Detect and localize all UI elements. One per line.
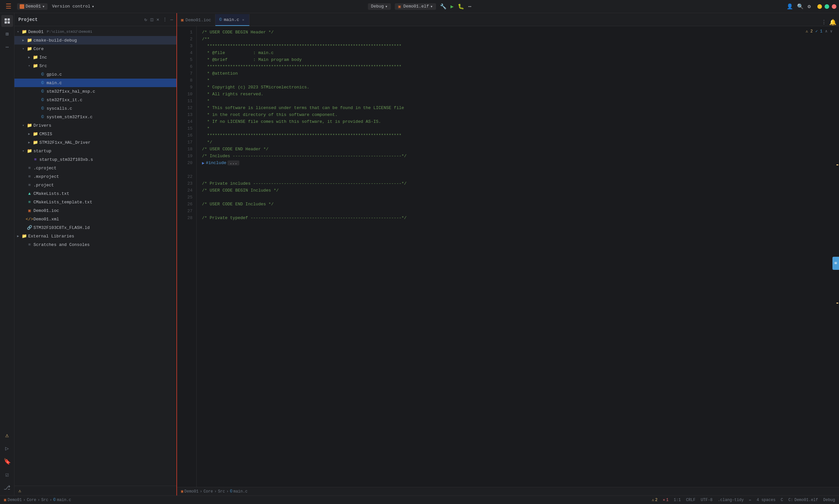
tree-item-syscalls[interactable]: ▶ © syscalls.c: [14, 104, 176, 113]
status-line-ending[interactable]: CRLF: [686, 498, 696, 502]
tree-label-drivers: Drivers: [33, 123, 51, 128]
tabs-more-icon[interactable]: ⋮: [821, 19, 826, 25]
close-button[interactable]: [832, 4, 836, 9]
sidebar-collapse-icon[interactable]: ◫: [150, 16, 154, 23]
status-indent[interactable]: 4 spaces: [757, 498, 776, 502]
tree-item-ld[interactable]: ▶ 🔗 STM32F103C8Tx_FLASH.ld: [14, 223, 176, 232]
status-formatter[interactable]: .clang-tidy: [718, 498, 743, 502]
tree-item-cmsis[interactable]: ▶ 📁 CMSIS: [14, 130, 176, 138]
run-icon[interactable]: ▶: [450, 3, 454, 10]
breadcrumb-src[interactable]: Src: [218, 489, 225, 494]
activity-more-icon[interactable]: ⋯: [1, 41, 13, 53]
editor-info-count[interactable]: ✓ 1: [816, 29, 823, 34]
fold-arrow[interactable]: ▶: [202, 160, 205, 166]
debug-config-badge[interactable]: Debug ▾: [368, 3, 391, 10]
activity-run2-icon[interactable]: ▷: [1, 443, 13, 454]
tree-item-inc[interactable]: ▶ 📁 Inc: [14, 53, 176, 61]
code-line-16: ****************************************…: [202, 132, 834, 139]
activity-project-icon[interactable]: [1, 15, 13, 27]
comment-11: *: [202, 98, 209, 104]
build-settings-icon[interactable]: 🔧: [440, 3, 447, 10]
tree-item-project[interactable]: ▶ ≡ .project: [14, 181, 176, 189]
breadcrumb-core[interactable]: Core: [204, 489, 213, 494]
sidebar-close-icon[interactable]: ✕: [156, 16, 160, 23]
status-format-icon[interactable]: ✏: [749, 498, 751, 502]
tree-item-core[interactable]: ▾ 📁 Core: [14, 44, 176, 53]
activity-warning-icon[interactable]: ⚠: [1, 429, 13, 441]
tree-item-system[interactable]: ▶ © system_stm32f1xx.c: [14, 113, 176, 121]
account-icon[interactable]: 👤: [787, 3, 793, 10]
elf-label: Demo01.elf: [403, 4, 429, 9]
ln-6: 6: [177, 63, 196, 70]
search-icon[interactable]: 🔍: [797, 3, 804, 10]
breadcrumb-sep-2: ›: [214, 489, 217, 494]
app-menu-icon[interactable]: ☰: [3, 1, 14, 13]
status-position[interactable]: 1:1: [674, 498, 681, 502]
status-warnings[interactable]: ⚠ 2: [652, 498, 657, 502]
tree-item-startup[interactable]: ▾ 📁 startup: [14, 147, 176, 155]
minimize-button[interactable]: [817, 4, 822, 9]
include-keyword: #include: [206, 160, 226, 165]
tree-item-hal-msp[interactable]: ▶ © stm32f1xx_hal_msp.c: [14, 87, 176, 96]
status-encoding[interactable]: UTF-8: [701, 498, 713, 502]
comment-23: /* Private includes --------------------…: [202, 181, 407, 186]
status-build-type[interactable]: Debug: [823, 498, 835, 502]
ln-14: 14: [177, 118, 196, 125]
tree-item-mxproject[interactable]: ▶ ≡ .mxproject: [14, 172, 176, 181]
tree-item-drivers[interactable]: ▾ 📁 Drivers: [14, 121, 176, 130]
editor-nav-up[interactable]: ∧: [825, 29, 827, 34]
tree-item-scratches[interactable]: ▶ ≡ Scratches and Consoles: [14, 240, 176, 249]
status-sep1: ›: [23, 498, 25, 502]
activity-structure-icon[interactable]: ⊞: [1, 28, 13, 40]
tree-item-cmake-lists[interactable]: ▶ ▲ CMakeLists.txt: [14, 189, 176, 198]
tree-item-startup-s[interactable]: ▶ ≡ startup_stm32f103xb.s: [14, 155, 176, 164]
tree-item-cmake-build[interactable]: ▶ 📁 cmake-build-debug: [14, 36, 176, 44]
fold-indicator[interactable]: ...: [227, 160, 239, 165]
tree-item-demo01-root[interactable]: ▾ 📁 Demo01 P:\clion_stm32\Demo01: [14, 28, 176, 36]
tab-demo01-ioc[interactable]: ▣ Demo01.ioc: [177, 14, 216, 26]
activity-todo-icon[interactable]: ☑: [1, 469, 13, 481]
sidebar-refresh-icon[interactable]: ↻: [143, 16, 148, 23]
tree-item-main-c[interactable]: ▶ © main.c: [14, 78, 176, 87]
activity-git-icon[interactable]: ⎇: [1, 482, 13, 493]
tree-item-demo01-xml[interactable]: ▶ </> Demo01.xml: [14, 215, 176, 223]
editor-warn-count[interactable]: ⚠ 2: [806, 29, 813, 34]
tab-main-icon: ©: [219, 17, 222, 22]
gutter-indicator-2: [836, 303, 838, 304]
status-build-elf[interactable]: C: Demo01.elf: [788, 498, 818, 502]
elf-badge[interactable]: ▣ Demo01.elf ▾: [395, 3, 436, 10]
sidebar-more-icon[interactable]: ⋮: [162, 16, 168, 23]
tab-main-close[interactable]: ✕: [241, 17, 245, 22]
sidebar-minimize-icon[interactable]: —: [170, 16, 174, 23]
tree-item-hal-driver[interactable]: ▶ 📁 STM32F1xx_HAL_Driver: [14, 138, 176, 147]
status-language[interactable]: C: [781, 498, 783, 502]
tree-item-it[interactable]: ▶ © stm32f1xx_it.c: [14, 96, 176, 104]
tab-main-c[interactable]: © main.c ✕: [216, 14, 250, 26]
folder-icon: 📁: [22, 29, 27, 34]
status-demo01-breadcrumb[interactable]: ▣ Demo01 › Core › Src › © main.c: [4, 498, 71, 502]
status-right: ⚠ 2 ✕ 1 1:1 CRLF UTF-8 .clang-tidy ✏ 4 s…: [652, 498, 835, 502]
tree-item-demo01-ioc[interactable]: ▶ ▣ Demo01.ioc: [14, 206, 176, 215]
project-name-badge[interactable]: Demo01 ▾: [17, 3, 48, 10]
notification-icon[interactable]: 🔔: [829, 19, 836, 26]
activity-bookmark-icon[interactable]: 🔖: [1, 455, 13, 467]
tree-item-ext-libs[interactable]: ▶ 📁 External Libraries: [14, 232, 176, 240]
tree-item-cproject[interactable]: ▶ ≡ .cproject: [14, 164, 176, 172]
tree-item-cmake-template[interactable]: ▶ ≡ CMakeLists_template.txt: [14, 198, 176, 206]
breadcrumb-demo01[interactable]: ▣ Demo01: [181, 489, 198, 494]
status-errors[interactable]: ✕ 1: [663, 498, 668, 502]
debug-icon[interactable]: 🐛: [458, 3, 464, 10]
breadcrumb-main-c[interactable]: © main.c: [230, 489, 247, 494]
tree-item-src[interactable]: ▾ 📁 Src: [14, 61, 176, 70]
ln-21: [177, 166, 196, 173]
code-line-4: * @file : main.c: [202, 50, 834, 56]
code-content[interactable]: /* USER CODE BEGIN Header */ /** *******…: [197, 26, 839, 487]
more-actions-icon[interactable]: ⋯: [468, 3, 472, 10]
version-control-btn[interactable]: Version control ▾: [50, 3, 97, 10]
tree-item-gpio-c[interactable]: ▶ © gpio.c: [14, 70, 176, 78]
editor-nav-down[interactable]: ∨: [830, 29, 833, 34]
side-action-button[interactable]: ⊞: [833, 257, 839, 270]
tree-label: Demo01: [28, 30, 44, 34]
maximize-button[interactable]: [825, 4, 829, 9]
settings-icon[interactable]: ⚙: [807, 3, 811, 10]
